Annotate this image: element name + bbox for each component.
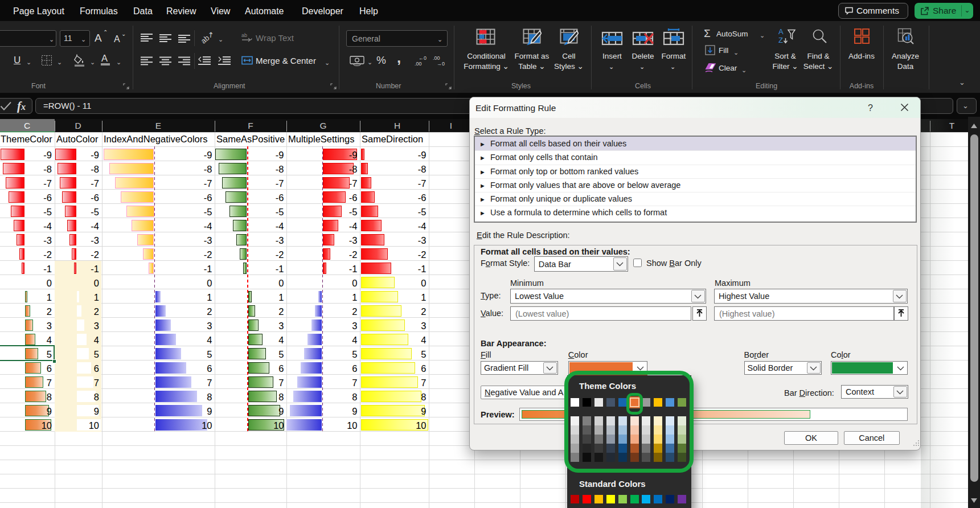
svg-text:←0: ←0 [419, 55, 427, 61]
svg-text:A: A [778, 27, 784, 36]
svg-text:.00: .00 [415, 61, 422, 66]
svg-text:Z: Z [778, 36, 783, 44]
svg-text:ab: ab [241, 32, 247, 38]
svg-text:.00: .00 [433, 55, 440, 61]
svg-text:→0: →0 [437, 61, 445, 66]
